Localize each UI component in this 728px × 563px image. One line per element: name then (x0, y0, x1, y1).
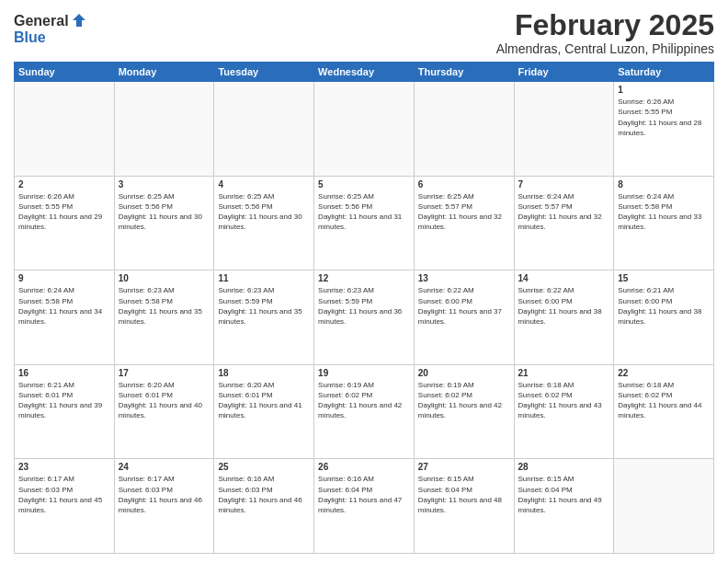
table-row: 28Sunrise: 6:15 AM Sunset: 6:04 PM Dayli… (514, 459, 614, 554)
header-thursday: Thursday (414, 63, 514, 82)
day-info: Sunrise: 6:17 AM Sunset: 6:03 PM Dayligh… (18, 474, 110, 515)
day-number: 23 (18, 462, 110, 472)
header-saturday: Saturday (614, 63, 714, 82)
header-friday: Friday (514, 63, 614, 82)
table-row: 12Sunrise: 6:23 AM Sunset: 5:59 PM Dayli… (314, 270, 415, 365)
month-title: February 2025 (496, 9, 714, 41)
day-number: 17 (119, 368, 210, 378)
day-number: 20 (418, 368, 510, 378)
header-tuesday: Tuesday (214, 63, 314, 82)
day-info: Sunrise: 6:18 AM Sunset: 6:02 PM Dayligh… (518, 380, 610, 421)
table-row: 11Sunrise: 6:23 AM Sunset: 5:59 PM Dayli… (214, 270, 314, 365)
day-number: 18 (218, 368, 310, 378)
table-row: 3Sunrise: 6:25 AM Sunset: 5:56 PM Daylig… (114, 176, 214, 270)
day-info: Sunrise: 6:18 AM Sunset: 6:02 PM Dayligh… (618, 380, 710, 421)
day-info: Sunrise: 6:25 AM Sunset: 5:57 PM Dayligh… (418, 191, 510, 233)
table-row: 5Sunrise: 6:25 AM Sunset: 5:56 PM Daylig… (314, 176, 415, 270)
day-info: Sunrise: 6:21 AM Sunset: 6:01 PM Dayligh… (18, 380, 110, 421)
day-number: 11 (218, 273, 310, 283)
day-number: 8 (618, 179, 710, 190)
table-row: 7Sunrise: 6:24 AM Sunset: 5:57 PM Daylig… (514, 176, 614, 270)
calendar-week-row: 9Sunrise: 6:24 AM Sunset: 5:58 PM Daylig… (15, 270, 714, 365)
day-info: Sunrise: 6:15 AM Sunset: 6:04 PM Dayligh… (418, 474, 510, 515)
day-number: 3 (119, 179, 210, 190)
day-info: Sunrise: 6:25 AM Sunset: 5:56 PM Dayligh… (318, 191, 410, 233)
table-row: 6Sunrise: 6:25 AM Sunset: 5:57 PM Daylig… (414, 176, 514, 270)
day-info: Sunrise: 6:24 AM Sunset: 5:57 PM Dayligh… (518, 191, 610, 233)
table-row: 22Sunrise: 6:18 AM Sunset: 6:02 PM Dayli… (614, 364, 714, 459)
calendar-header-row: Sunday Monday Tuesday Wednesday Thursday… (15, 63, 714, 82)
table-row (214, 82, 314, 177)
table-row: 18Sunrise: 6:20 AM Sunset: 6:01 PM Dayli… (214, 364, 314, 459)
day-number: 12 (318, 273, 410, 283)
table-row: 20Sunrise: 6:19 AM Sunset: 6:02 PM Dayli… (414, 364, 514, 459)
header-wednesday: Wednesday (314, 63, 415, 82)
day-info: Sunrise: 6:24 AM Sunset: 5:58 PM Dayligh… (18, 285, 110, 327)
day-info: Sunrise: 6:23 AM Sunset: 5:59 PM Dayligh… (218, 285, 310, 327)
title-block: February 2025 Almendras, Central Luzon, … (496, 9, 714, 56)
calendar-week-row: 2Sunrise: 6:26 AM Sunset: 5:55 PM Daylig… (15, 176, 714, 270)
table-row (614, 459, 714, 554)
calendar-week-row: 1Sunrise: 6:26 AM Sunset: 5:55 PM Daylig… (15, 82, 714, 177)
subtitle: Almendras, Central Luzon, Philippines (496, 41, 714, 56)
day-number: 15 (618, 273, 710, 283)
day-number: 2 (18, 179, 110, 190)
table-row: 15Sunrise: 6:21 AM Sunset: 6:00 PM Dayli… (614, 270, 714, 365)
logo-general: General (14, 13, 69, 29)
day-number: 21 (518, 368, 610, 378)
day-number: 7 (518, 179, 610, 190)
day-info: Sunrise: 6:16 AM Sunset: 6:03 PM Dayligh… (218, 474, 310, 515)
calendar: Sunday Monday Tuesday Wednesday Thursday… (14, 62, 714, 554)
day-number: 25 (218, 462, 310, 472)
calendar-week-row: 23Sunrise: 6:17 AM Sunset: 6:03 PM Dayli… (15, 459, 714, 554)
day-number: 9 (18, 273, 110, 283)
logo-icon (71, 12, 87, 29)
day-number: 22 (618, 368, 710, 378)
table-row (15, 82, 115, 177)
table-row: 4Sunrise: 6:25 AM Sunset: 5:56 PM Daylig… (214, 176, 314, 270)
day-number: 28 (518, 462, 610, 472)
table-row: 23Sunrise: 6:17 AM Sunset: 6:03 PM Dayli… (15, 459, 115, 554)
day-info: Sunrise: 6:15 AM Sunset: 6:04 PM Dayligh… (518, 474, 610, 515)
table-row (514, 82, 614, 177)
header-monday: Monday (114, 63, 214, 82)
table-row: 14Sunrise: 6:22 AM Sunset: 6:00 PM Dayli… (514, 270, 614, 365)
table-row: 1Sunrise: 6:26 AM Sunset: 5:55 PM Daylig… (614, 82, 714, 177)
table-row: 26Sunrise: 6:16 AM Sunset: 6:04 PM Dayli… (314, 459, 415, 554)
page: General Blue February 2025 Almendras, Ce… (0, 0, 728, 563)
table-row: 27Sunrise: 6:15 AM Sunset: 6:04 PM Dayli… (414, 459, 514, 554)
day-number: 19 (318, 368, 410, 378)
logo-text: General Blue (14, 13, 87, 45)
calendar-week-row: 16Sunrise: 6:21 AM Sunset: 6:01 PM Dayli… (15, 364, 714, 459)
day-number: 4 (218, 179, 310, 190)
table-row (414, 82, 514, 177)
day-number: 10 (119, 273, 210, 283)
day-info: Sunrise: 6:25 AM Sunset: 5:56 PM Dayligh… (218, 191, 310, 233)
table-row: 19Sunrise: 6:19 AM Sunset: 6:02 PM Dayli… (314, 364, 415, 459)
logo-blue: Blue (14, 29, 87, 46)
day-info: Sunrise: 6:21 AM Sunset: 6:00 PM Dayligh… (618, 285, 710, 327)
table-row: 8Sunrise: 6:24 AM Sunset: 5:58 PM Daylig… (614, 176, 714, 270)
header-sunday: Sunday (15, 63, 115, 82)
table-row: 17Sunrise: 6:20 AM Sunset: 6:01 PM Dayli… (114, 364, 214, 459)
day-info: Sunrise: 6:16 AM Sunset: 6:04 PM Dayligh… (318, 474, 410, 515)
day-info: Sunrise: 6:17 AM Sunset: 6:03 PM Dayligh… (119, 474, 210, 515)
day-number: 5 (318, 179, 410, 190)
table-row: 2Sunrise: 6:26 AM Sunset: 5:55 PM Daylig… (15, 176, 115, 270)
day-info: Sunrise: 6:23 AM Sunset: 5:58 PM Dayligh… (119, 285, 210, 327)
table-row: 25Sunrise: 6:16 AM Sunset: 6:03 PM Dayli… (214, 459, 314, 554)
day-info: Sunrise: 6:24 AM Sunset: 5:58 PM Dayligh… (618, 191, 710, 233)
table-row: 16Sunrise: 6:21 AM Sunset: 6:01 PM Dayli… (15, 364, 115, 459)
day-number: 24 (119, 462, 210, 472)
table-row: 10Sunrise: 6:23 AM Sunset: 5:58 PM Dayli… (114, 270, 214, 365)
day-info: Sunrise: 6:20 AM Sunset: 6:01 PM Dayligh… (218, 380, 310, 421)
header: General Blue February 2025 Almendras, Ce… (14, 9, 714, 56)
table-row: 13Sunrise: 6:22 AM Sunset: 6:00 PM Dayli… (414, 270, 514, 365)
table-row: 9Sunrise: 6:24 AM Sunset: 5:58 PM Daylig… (15, 270, 115, 365)
day-number: 13 (418, 273, 510, 283)
day-info: Sunrise: 6:25 AM Sunset: 5:56 PM Dayligh… (119, 191, 210, 233)
logo: General Blue (14, 13, 87, 45)
day-number: 26 (318, 462, 410, 472)
day-number: 6 (418, 179, 510, 190)
day-info: Sunrise: 6:22 AM Sunset: 6:00 PM Dayligh… (518, 285, 610, 327)
